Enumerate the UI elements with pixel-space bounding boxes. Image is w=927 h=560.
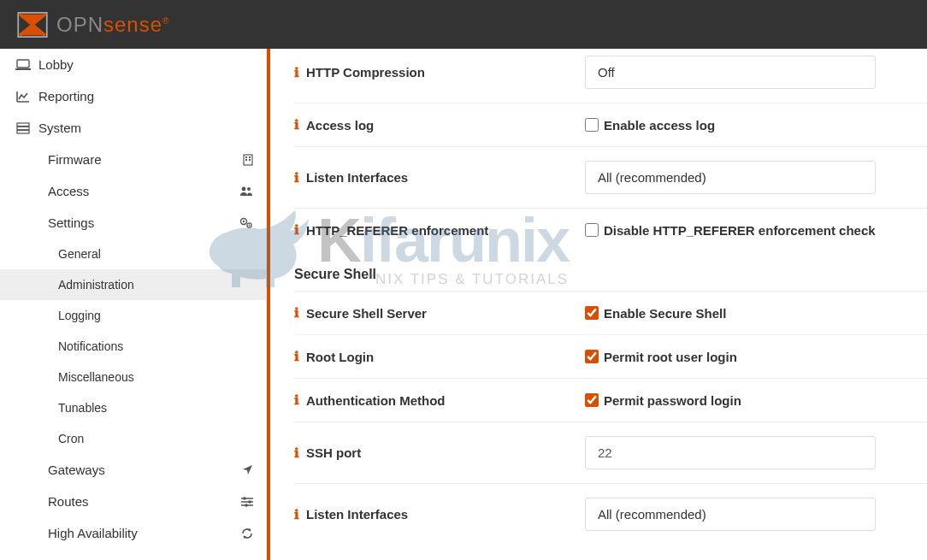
sidebar-item-label: Reporting — [38, 89, 253, 103]
listen-interfaces-ssh-select[interactable]: All (recommended) — [585, 498, 876, 531]
info-icon[interactable]: ℹ — [294, 445, 299, 461]
ssh-port-input[interactable] — [585, 436, 876, 469]
svg-rect-9 — [245, 159, 247, 161]
info-icon[interactable]: ℹ — [294, 170, 299, 186]
row-root-login: ℹRoot Login Permit root user login — [294, 334, 927, 378]
field-label: Root Login — [306, 350, 374, 364]
row-listen-interfaces-ssh: ℹListen Interfaces All (recommended) — [294, 483, 927, 545]
field-label: Authentication Method — [306, 393, 445, 408]
svg-point-14 — [243, 220, 245, 221]
gears-icon — [239, 217, 253, 229]
checkbox-label: Enable access log — [604, 118, 715, 133]
field-label: Access log — [306, 118, 374, 133]
http-compression-select[interactable]: Off — [585, 56, 876, 89]
svg-point-18 — [243, 497, 246, 500]
sidebar-item-firmware[interactable]: Firmware — [0, 144, 266, 175]
sidebar-item-label: Cron — [58, 432, 84, 445]
sidebar-item-logging[interactable]: Logging — [0, 300, 266, 331]
root-login-checkbox[interactable] — [585, 350, 599, 363]
sidebar-item-notifications[interactable]: Notifications — [0, 331, 266, 362]
sidebar-item-label: Lobby — [38, 57, 253, 72]
svg-rect-6 — [244, 155, 252, 165]
svg-point-20 — [248, 500, 251, 504]
field-label: Listen Interfaces — [306, 507, 408, 522]
svg-rect-5 — [17, 130, 29, 133]
logo-icon — [17, 12, 56, 38]
brand-logo[interactable]: OPNsense® — [17, 12, 169, 38]
info-icon[interactable]: ℹ — [294, 392, 299, 408]
secure-shell-checkbox[interactable] — [585, 306, 599, 320]
svg-point-11 — [242, 187, 246, 192]
sidebar-item-cron[interactable]: Cron — [0, 423, 266, 454]
auth-method-checkbox[interactable] — [585, 393, 599, 407]
row-listen-interfaces: ℹListen Interfaces All (recommended) — [294, 146, 927, 208]
svg-rect-1 — [17, 60, 29, 68]
sidebar-item-label: Firmware — [48, 152, 102, 167]
sidebar-item-label: High Availability — [48, 526, 138, 540]
sidebar-item-label: Routes — [48, 494, 89, 509]
svg-rect-7 — [245, 156, 247, 158]
row-http-compression: ℹHTTP Compression Off — [294, 49, 927, 103]
sidebar-item-label: Miscellaneous — [58, 370, 134, 384]
row-ssh-port: ℹSSH port — [294, 421, 927, 483]
checkbox-label: Enable Secure Shell — [604, 306, 726, 321]
svg-point-22 — [245, 504, 248, 507]
sidebar-item-administration[interactable]: Administration — [0, 269, 266, 300]
building-icon — [243, 154, 253, 166]
http-referer-checkbox[interactable] — [585, 223, 599, 237]
listen-interfaces-select[interactable]: All (recommended) — [585, 161, 876, 194]
sidebar-item-label: System — [38, 121, 253, 135]
info-icon[interactable]: ℹ — [294, 507, 299, 522]
sidebar-item-lobby[interactable]: Lobby — [0, 49, 266, 80]
sidebar-item-label: General — [58, 247, 101, 261]
logo-text: OPNsense® — [56, 13, 169, 37]
chart-icon — [13, 91, 33, 103]
svg-rect-10 — [249, 159, 251, 161]
info-icon[interactable]: ℹ — [294, 117, 299, 133]
checkbox-label: Permit root user login — [604, 350, 737, 364]
svg-rect-8 — [249, 156, 251, 158]
field-label: SSH port — [306, 445, 361, 460]
row-secure-shell-server: ℹSecure Shell Server Enable Secure Shell — [294, 291, 927, 334]
sidebar-item-general[interactable]: General — [0, 239, 266, 269]
field-label: HTTP_REFERER enforcement — [306, 223, 488, 238]
info-icon[interactable]: ℹ — [294, 305, 299, 321]
field-label: HTTP Compression — [306, 65, 425, 80]
row-access-log: ℹAccess log Enable access log — [294, 103, 927, 146]
row-http-referer: ℹHTTP_REFERER enforcement Disable HTTP_R… — [294, 208, 927, 251]
sidebar-item-settings[interactable]: Settings — [0, 207, 266, 239]
sidebar-item-system[interactable]: System — [0, 112, 266, 144]
sidebar-item-gateways[interactable]: Gateways — [0, 454, 266, 486]
sidebar-item-reporting[interactable]: Reporting — [0, 80, 266, 112]
field-label: Secure Shell Server — [306, 306, 427, 321]
info-icon[interactable]: ℹ — [294, 65, 299, 80]
info-icon[interactable]: ℹ — [294, 349, 299, 364]
location-arrow-icon — [242, 464, 253, 475]
sidebar-item-label: Gateways — [48, 463, 105, 477]
svg-point-12 — [247, 187, 251, 191]
sidebar-item-routes[interactable]: Routes — [0, 486, 266, 517]
sidebar-item-label: Settings — [48, 215, 94, 230]
svg-rect-4 — [17, 127, 29, 130]
users-icon — [239, 186, 253, 197]
sidebar: Lobby Reporting System Firmware Access S… — [0, 49, 267, 560]
field-label: Listen Interfaces — [306, 170, 408, 185]
row-auth-method: ℹAuthentication Method Permit password l… — [294, 378, 927, 421]
refresh-icon — [241, 528, 253, 539]
svg-point-16 — [249, 224, 251, 226]
sidebar-item-label: Tunables — [58, 401, 107, 415]
server-icon — [13, 122, 33, 134]
sidebar-item-miscellaneous[interactable]: Miscellaneous — [0, 362, 266, 392]
sliders-icon — [241, 497, 253, 507]
svg-rect-2 — [15, 68, 31, 70]
access-log-checkbox[interactable] — [585, 118, 599, 132]
main-content: ℹHTTP Compression Off ℹAccess log Enable… — [270, 49, 927, 560]
sidebar-item-label: Notifications — [58, 339, 123, 353]
svg-rect-3 — [17, 123, 29, 127]
sidebar-item-label: Access — [48, 184, 89, 198]
sidebar-item-high-availability[interactable]: High Availability — [0, 517, 266, 549]
checkbox-label: Permit password login — [604, 393, 741, 408]
sidebar-item-tunables[interactable]: Tunables — [0, 392, 266, 423]
sidebar-item-access[interactable]: Access — [0, 175, 266, 207]
info-icon[interactable]: ℹ — [294, 222, 299, 238]
